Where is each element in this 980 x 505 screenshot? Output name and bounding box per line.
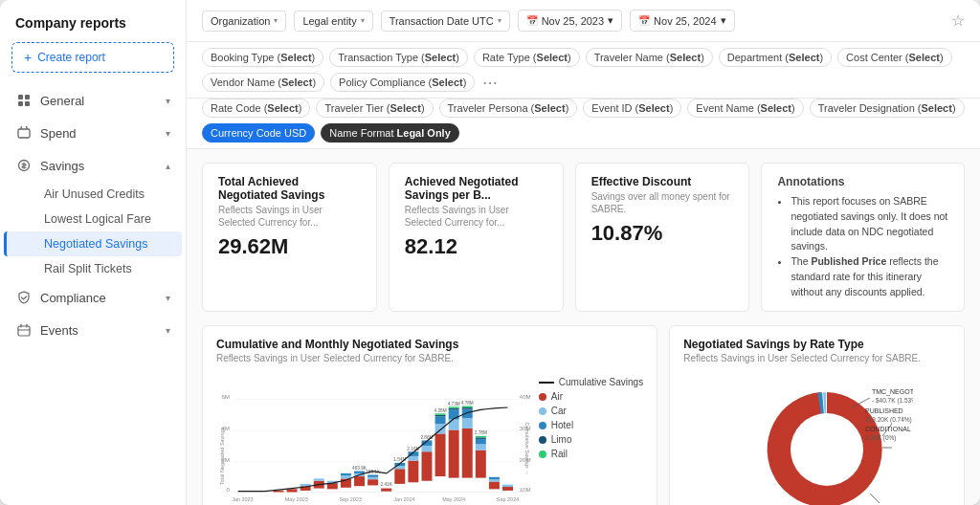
filter-tag-vendor-name[interactable]: Vendor Name (Select) xyxy=(202,73,324,92)
legend-hotel-dot xyxy=(539,422,546,429)
filter-tag-traveler-tier[interactable]: Traveler Tier (Select) xyxy=(316,99,433,118)
filter-tag-traveler-persona[interactable]: Traveler Persona (Select) xyxy=(439,99,578,118)
svg-rect-57 xyxy=(435,434,446,477)
legend-rail-dot xyxy=(539,450,546,458)
filter-tag-event-name[interactable]: Event Name (Select) xyxy=(687,99,803,118)
general-label: General xyxy=(40,94,84,108)
svg-rect-81 xyxy=(489,482,500,490)
svg-rect-34 xyxy=(341,473,351,475)
filter-tag-traveler-name[interactable]: Traveler Name (Select) xyxy=(586,48,713,67)
more-filters-button[interactable]: ⋯ xyxy=(482,74,498,92)
filter-tag-event-id[interactable]: Event ID (Select) xyxy=(583,99,681,118)
filter-tag-rate-type[interactable]: Rate Type (Select) xyxy=(474,48,580,67)
favorite-button[interactable]: ☆ xyxy=(951,11,965,30)
svg-rect-65 xyxy=(449,410,459,420)
legend-limo-dot xyxy=(539,436,546,444)
sidebar-item-air-unused-credits[interactable]: Air Unused Credits xyxy=(4,182,182,207)
sidebar-title: Company reports xyxy=(0,0,186,42)
filter-tags-bar: Booking Type (Select) Transaction Type (… xyxy=(187,42,980,99)
transaction-date-chevron-icon: ▾ xyxy=(498,16,501,25)
svg-rect-3 xyxy=(25,101,30,106)
filter-tag-traveler-designation[interactable]: Traveler Designation (Select) xyxy=(810,99,965,118)
svg-text:- $40.7K (1.53%): - $40.7K (1.53%) xyxy=(872,397,913,405)
filter-tag-booking-type[interactable]: Booking Type (Select) xyxy=(202,48,323,67)
organization-label: Organization xyxy=(211,15,270,27)
svg-rect-54 xyxy=(421,446,432,451)
charts-row: Cumulative and Monthly Negotiated Saving… xyxy=(202,325,965,505)
events-label: Events xyxy=(40,323,78,338)
compliance-label: Compliance xyxy=(40,291,106,305)
organization-filter[interactable]: Organization ▾ xyxy=(202,11,286,32)
svg-text:CONDITIONAL -: CONDITIONAL - xyxy=(865,426,913,432)
svg-rect-39 xyxy=(368,479,378,485)
nav-events: Events ▾ xyxy=(0,314,186,346)
sidebar-item-savings[interactable]: Savings ▴ xyxy=(0,149,186,182)
sidebar-item-negotiated-savings[interactable]: Negotiated Savings xyxy=(4,231,182,256)
svg-text:4.28M: 4.28M xyxy=(434,408,447,413)
svg-rect-35 xyxy=(354,476,365,486)
svg-rect-69 xyxy=(462,428,473,478)
svg-rect-49 xyxy=(408,461,418,483)
savings-submenu: Air Unused Credits Lowest Logical Fare N… xyxy=(0,182,186,281)
donut-chart-title: Negotiated Savings by Rate Type xyxy=(683,338,950,351)
legend-limo: Limo xyxy=(539,434,643,445)
svg-text:May 2024: May 2024 xyxy=(442,496,465,502)
kpi-effective-discount-label: Effective Discount xyxy=(591,175,734,188)
filter-tag-currency-code[interactable]: Currency Code USD xyxy=(202,123,315,143)
svg-rect-59 xyxy=(435,417,446,425)
svg-text:0: 0 xyxy=(227,487,231,494)
svg-rect-84 xyxy=(502,487,513,491)
legend-limo-label: Limo xyxy=(551,434,572,445)
sidebar-item-events[interactable]: Events ▾ xyxy=(0,314,186,346)
kpi-per-booking: Achieved Negotiated Savings per B... Ref… xyxy=(389,163,564,312)
svg-text:2.41K: 2.41K xyxy=(381,482,393,487)
sidebar-item-general[interactable]: General ▾ xyxy=(0,84,186,117)
create-report-label: Create report xyxy=(37,51,105,64)
transaction-date-filter[interactable]: Transaction Date UTC ▾ xyxy=(381,11,510,32)
donut-chart-card: Negotiated Savings by Rate Type Reflects… xyxy=(669,325,965,505)
kpi-row: Total Achieved Negotiated Savings Reflec… xyxy=(202,163,965,312)
sidebar-item-spend[interactable]: Spend ▾ xyxy=(0,117,186,149)
filter-tag-transaction-type[interactable]: Transaction Type (Select) xyxy=(329,48,468,67)
svg-rect-70 xyxy=(462,418,473,428)
annotation-list: This report focuses on SABRE negotiated … xyxy=(777,194,948,299)
svg-rect-76 xyxy=(476,445,486,450)
legend-air-dot xyxy=(539,393,546,401)
filter-tag-cost-center[interactable]: Cost Center (Select) xyxy=(837,48,952,67)
filter-tag-name-format[interactable]: Name Format Legal Only xyxy=(321,123,459,143)
kpi-effective-discount-value: 10.87% xyxy=(591,221,734,246)
svg-rect-41 xyxy=(368,475,378,477)
sidebar-item-rail-split-tickets[interactable]: Rail Split Tickets xyxy=(4,256,182,281)
legend-car-label: Car xyxy=(551,406,567,416)
svg-point-93 xyxy=(791,413,863,486)
date-to-value: Nov 25, 2024 xyxy=(654,15,716,27)
kpi-total-achieved-sublabel: Reflects Savings in User Selected Curren… xyxy=(218,204,361,229)
svg-text:Sep 2024: Sep 2024 xyxy=(497,496,519,502)
create-report-button[interactable]: + Create report xyxy=(11,42,174,73)
nav-general: General ▾ xyxy=(0,84,186,117)
main-content: Organization ▾ Legal entity ▾ Transactio… xyxy=(187,0,980,505)
legal-entity-filter[interactable]: Legal entity ▾ xyxy=(294,11,372,32)
svg-rect-75 xyxy=(476,450,486,478)
sidebar-item-compliance[interactable]: Compliance ▾ xyxy=(0,281,186,314)
date-from-value: Nov 25, 2023 xyxy=(542,15,604,27)
date-from-picker[interactable]: 📅 Nov 25, 2023 ▾ xyxy=(518,10,622,32)
organization-chevron-icon: ▾ xyxy=(274,16,278,25)
date-to-picker[interactable]: 📅 Nov 25, 2024 ▾ xyxy=(630,10,734,32)
kpi-total-achieved: Total Achieved Negotiated Savings Reflec… xyxy=(202,163,377,312)
filter-tag-rate-code[interactable]: Rate Code (Select) xyxy=(202,99,310,118)
sidebar-item-lowest-logical-fare[interactable]: Lowest Logical Fare xyxy=(4,207,182,231)
legend-cumulative-line xyxy=(539,382,554,384)
legend-hotel: Hotel xyxy=(539,420,643,430)
legend-hotel-label: Hotel xyxy=(551,420,573,430)
general-icon xyxy=(15,92,33,109)
svg-text:Sep 2023: Sep 2023 xyxy=(339,496,361,502)
spend-icon xyxy=(15,124,33,142)
svg-rect-53 xyxy=(421,451,432,481)
bar-chart-title: Cumulative and Monthly Negotiated Saving… xyxy=(216,338,643,351)
filter-tag-policy-compliance[interactable]: Policy Compliance (Select) xyxy=(330,73,475,92)
filter-tag-department[interactable]: Department (Select) xyxy=(719,48,832,67)
bar-chart-svg: 6M 4M 2M 0 Total Negotiated Savings 40M … xyxy=(216,371,531,505)
svg-rect-25 xyxy=(287,490,298,493)
svg-rect-4 xyxy=(18,129,30,138)
